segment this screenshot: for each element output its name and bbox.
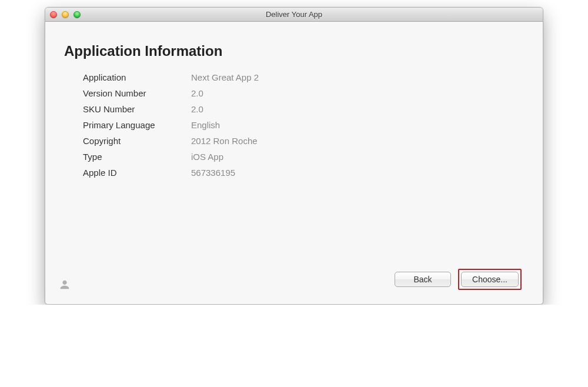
back-button[interactable]: Back bbox=[395, 272, 451, 287]
info-table: Application Next Great App 2 Version Num… bbox=[83, 72, 522, 184]
info-label-sku: SKU Number bbox=[83, 104, 191, 114]
info-label-type: Type bbox=[83, 152, 191, 162]
choose-highlight: Choose... bbox=[458, 269, 522, 290]
info-label-version: Version Number bbox=[83, 88, 191, 98]
content-area: Application Information Application Next… bbox=[45, 22, 543, 304]
info-value-application: Next Great App 2 bbox=[191, 72, 259, 82]
info-row: Primary Language English bbox=[83, 120, 522, 130]
info-row: Version Number 2.0 bbox=[83, 88, 522, 98]
info-value-appleid: 567336195 bbox=[191, 168, 235, 178]
info-row: Apple ID 567336195 bbox=[83, 168, 522, 178]
footer: Back Choose... bbox=[66, 257, 522, 290]
info-row: Copyright 2012 Ron Roche bbox=[83, 136, 522, 146]
page-heading: Application Information bbox=[64, 43, 522, 59]
zoom-button[interactable] bbox=[74, 11, 81, 18]
info-label-copyright: Copyright bbox=[83, 136, 191, 146]
minimize-button[interactable] bbox=[62, 11, 69, 18]
traffic-lights bbox=[50, 11, 81, 18]
app-window: Deliver Your App Application Information… bbox=[45, 7, 543, 305]
choose-button[interactable]: Choose... bbox=[461, 272, 519, 287]
info-value-copyright: 2012 Ron Roche bbox=[191, 136, 258, 146]
user-icon bbox=[58, 278, 71, 293]
info-row: SKU Number 2.0 bbox=[83, 104, 522, 114]
info-value-version: 2.0 bbox=[191, 88, 203, 98]
titlebar: Deliver Your App bbox=[45, 8, 543, 22]
info-row: Type iOS App bbox=[83, 152, 522, 162]
window-title: Deliver Your App bbox=[45, 10, 543, 19]
button-bar: Back Choose... bbox=[395, 269, 522, 290]
info-value-language: English bbox=[191, 120, 220, 130]
info-row: Application Next Great App 2 bbox=[83, 72, 522, 82]
info-label-appleid: Apple ID bbox=[83, 168, 191, 178]
info-label-language: Primary Language bbox=[83, 120, 191, 130]
info-value-sku: 2.0 bbox=[191, 104, 203, 114]
info-label-application: Application bbox=[83, 72, 191, 82]
info-value-type: iOS App bbox=[191, 152, 223, 162]
close-button[interactable] bbox=[50, 11, 57, 18]
